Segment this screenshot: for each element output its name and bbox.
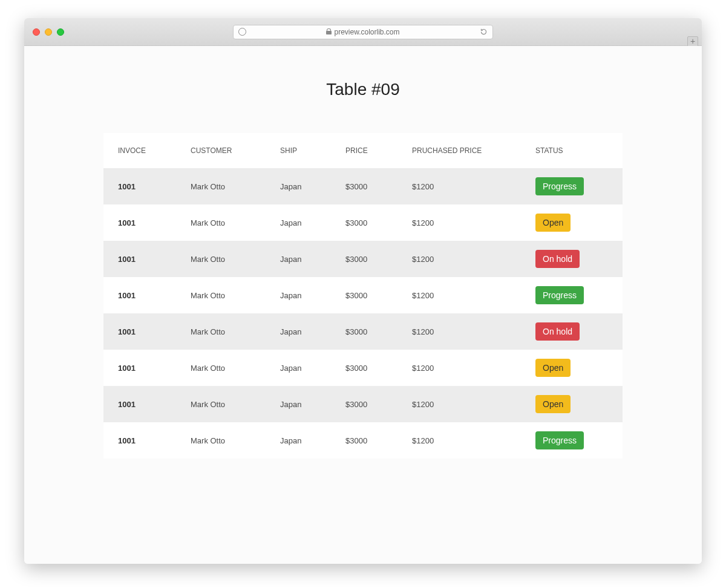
cell-purchased-price: $1200 [397, 350, 521, 386]
cell-purchased-price: $1200 [397, 241, 521, 277]
cell-ship: Japan [266, 277, 331, 313]
cell-customer: Mark Otto [176, 277, 266, 313]
titlebar: preview.colorlib.com + [24, 18, 702, 46]
cell-price: $3000 [331, 386, 397, 422]
page-title: Table #09 [24, 80, 702, 99]
status-badge[interactable]: On hold [535, 322, 580, 341]
cell-invoice: 1001 [103, 422, 176, 459]
history-icon[interactable] [238, 28, 246, 36]
cell-customer: Mark Otto [176, 168, 266, 204]
cell-ship: Japan [266, 386, 331, 422]
cell-customer: Mark Otto [176, 204, 266, 241]
cell-status: Progress [521, 168, 623, 204]
cell-purchased-price: $1200 [397, 277, 521, 313]
cell-customer: Mark Otto [176, 422, 266, 459]
invoice-table: INVOCE CUSTOMER SHIP PRICE PRUCHASED PRI… [103, 133, 623, 459]
cell-ship: Japan [266, 241, 331, 277]
table-header-row: INVOCE CUSTOMER SHIP PRICE PRUCHASED PRI… [103, 133, 623, 168]
cell-price: $3000 [331, 350, 397, 386]
cell-customer: Mark Otto [176, 241, 266, 277]
col-header-customer: CUSTOMER [176, 133, 266, 168]
table-row: 1001Mark OttoJapan$3000$1200Progress [103, 168, 623, 204]
cell-purchased-price: $1200 [397, 168, 521, 204]
cell-invoice: 1001 [103, 204, 176, 241]
status-badge[interactable]: On hold [535, 250, 580, 268]
table-row: 1001Mark OttoJapan$3000$1200Progress [103, 422, 623, 459]
table-row: 1001Mark OttoJapan$3000$1200Open [103, 386, 623, 422]
col-header-status: STATUS [521, 133, 623, 168]
status-badge[interactable]: Open [535, 214, 571, 232]
cell-purchased-price: $1200 [397, 422, 521, 459]
status-badge[interactable]: Progress [535, 286, 584, 304]
col-header-price: PRICE [331, 133, 397, 168]
cell-purchased-price: $1200 [397, 313, 521, 350]
reload-icon[interactable] [480, 28, 488, 36]
status-badge[interactable]: Open [535, 359, 571, 377]
cell-price: $3000 [331, 277, 397, 313]
page-viewport: Table #09 INVOCE CUSTOMER SHIP PRICE PRU… [24, 46, 702, 564]
cell-ship: Japan [266, 422, 331, 459]
cell-status: Progress [521, 277, 623, 313]
cell-invoice: 1001 [103, 386, 176, 422]
status-badge[interactable]: Open [535, 395, 571, 413]
maximize-window-button[interactable] [57, 28, 64, 36]
cell-invoice: 1001 [103, 313, 176, 350]
cell-price: $3000 [331, 422, 397, 459]
table-row: 1001Mark OttoJapan$3000$1200On hold [103, 241, 623, 277]
window-controls [33, 28, 64, 36]
col-header-invoice: INVOCE [103, 133, 176, 168]
cell-status: Open [521, 386, 623, 422]
cell-ship: Japan [266, 204, 331, 241]
cell-status: On hold [521, 313, 623, 350]
cell-price: $3000 [331, 168, 397, 204]
cell-ship: Japan [266, 168, 331, 204]
invoice-table-card: INVOCE CUSTOMER SHIP PRICE PRUCHASED PRI… [103, 133, 623, 459]
col-header-purchased-price: PRUCHASED PRICE [397, 133, 521, 168]
lock-icon [326, 29, 332, 34]
cell-status: Open [521, 350, 623, 386]
cell-invoice: 1001 [103, 350, 176, 386]
status-badge[interactable]: Progress [535, 431, 584, 449]
cell-purchased-price: $1200 [397, 204, 521, 241]
address-url: preview.colorlib.com [326, 28, 399, 36]
col-header-ship: SHIP [266, 133, 331, 168]
cell-invoice: 1001 [103, 168, 176, 204]
table-row: 1001Mark OttoJapan$3000$1200On hold [103, 313, 623, 350]
cell-status: On hold [521, 241, 623, 277]
close-window-button[interactable] [33, 28, 40, 36]
cell-status: Progress [521, 422, 623, 459]
cell-invoice: 1001 [103, 241, 176, 277]
cell-customer: Mark Otto [176, 350, 266, 386]
cell-price: $3000 [331, 204, 397, 241]
browser-window: preview.colorlib.com + Table #09 INVOCE … [24, 18, 702, 564]
cell-purchased-price: $1200 [397, 386, 521, 422]
cell-customer: Mark Otto [176, 313, 266, 350]
cell-ship: Japan [266, 313, 331, 350]
table-row: 1001Mark OttoJapan$3000$1200Open [103, 350, 623, 386]
address-bar[interactable]: preview.colorlib.com [233, 25, 493, 39]
table-row: 1001Mark OttoJapan$3000$1200Progress [103, 277, 623, 313]
status-badge[interactable]: Progress [535, 177, 584, 195]
address-bar-group: preview.colorlib.com [233, 25, 493, 39]
cell-price: $3000 [331, 313, 397, 350]
table-row: 1001Mark OttoJapan$3000$1200Open [103, 204, 623, 241]
cell-customer: Mark Otto [176, 386, 266, 422]
cell-price: $3000 [331, 241, 397, 277]
minimize-window-button[interactable] [45, 28, 52, 36]
cell-ship: Japan [266, 350, 331, 386]
cell-status: Open [521, 204, 623, 241]
cell-invoice: 1001 [103, 277, 176, 313]
